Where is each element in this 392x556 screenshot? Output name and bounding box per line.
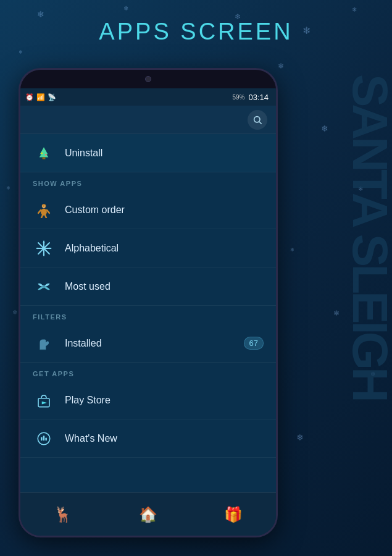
play-store-icon xyxy=(33,389,55,411)
svg-point-19 xyxy=(43,246,45,249)
svg-point-13 xyxy=(43,205,44,206)
status-left-icons: ⏰ 📶 📡 xyxy=(25,93,56,101)
svg-line-12 xyxy=(45,215,46,217)
menu-container: Uninstall SHOW APPS xyxy=(20,134,276,537)
nav-home[interactable]: 🏠 xyxy=(127,501,170,528)
svg-line-11 xyxy=(41,215,43,217)
svg-point-20 xyxy=(43,242,44,243)
most-used-item[interactable]: Most used xyxy=(20,267,276,306)
alarm-icon: ⏰ xyxy=(25,93,34,101)
svg-point-23 xyxy=(49,247,51,248)
svg-point-0 xyxy=(254,116,260,122)
svg-point-8 xyxy=(41,208,47,215)
svg-line-10 xyxy=(47,210,49,213)
installed-icon xyxy=(33,332,55,355)
most-used-icon xyxy=(33,276,55,298)
page-title: APPS SCREEN xyxy=(0,19,392,45)
alphabetical-item[interactable]: Alphabetical xyxy=(20,229,276,267)
search-button[interactable] xyxy=(248,110,267,130)
svg-point-22 xyxy=(37,247,38,248)
play-store-item[interactable]: Play Store xyxy=(20,381,276,419)
uninstall-icon xyxy=(33,142,55,164)
svg-rect-30 xyxy=(45,437,46,440)
installed-badge: 67 xyxy=(244,337,264,350)
custom-order-icon xyxy=(33,199,55,221)
nav-reindeer[interactable]: 🦌 xyxy=(41,501,85,528)
svg-point-14 xyxy=(44,205,46,206)
vertical-text: SANTA SLEIGH xyxy=(341,74,392,400)
show-apps-header: SHOW APPS xyxy=(20,172,276,191)
svg-point-6 xyxy=(45,154,46,155)
search-bar xyxy=(20,106,276,134)
installed-item[interactable]: Installed 67 xyxy=(20,324,276,363)
battery-indicator: 59% xyxy=(232,94,244,101)
phone-screen: ⏰ 📶 📡 59% 03:14 xyxy=(20,88,276,537)
whats-new-icon xyxy=(33,428,55,450)
get-apps-header: GET APPS xyxy=(20,363,276,381)
whats-new-item[interactable]: What's New xyxy=(20,419,276,458)
nav-gift[interactable]: 🎁 xyxy=(212,501,255,528)
svg-point-5 xyxy=(41,152,43,153)
status-bar: ⏰ 📶 📡 59% 03:14 xyxy=(20,88,276,106)
filters-header: FILTERS xyxy=(20,306,276,324)
installed-label: Installed xyxy=(65,338,244,349)
status-right: 59% 03:14 xyxy=(232,93,269,102)
reindeer-icon: 🦌 xyxy=(54,506,72,523)
uninstall-item[interactable]: Uninstall xyxy=(20,134,276,172)
signal-icon: 📡 xyxy=(48,93,56,101)
svg-rect-28 xyxy=(41,437,42,440)
svg-point-24 xyxy=(43,285,46,288)
front-camera xyxy=(145,76,151,82)
svg-line-1 xyxy=(259,122,262,124)
svg-rect-29 xyxy=(43,436,44,440)
svg-line-9 xyxy=(38,210,41,213)
gift-icon: 🎁 xyxy=(224,506,243,523)
play-store-label: Play Store xyxy=(65,395,264,406)
custom-order-label: Custom order xyxy=(65,204,264,216)
custom-order-item[interactable]: Custom order xyxy=(20,191,276,229)
wifi-icon: 📶 xyxy=(36,93,45,101)
bottom-nav: 🦌 🏠 🎁 xyxy=(20,492,276,536)
whats-new-label: What's New xyxy=(65,433,264,444)
phone-frame: ⏰ 📶 📡 59% 03:14 xyxy=(19,68,278,537)
svg-marker-26 xyxy=(42,401,47,404)
alphabetical-icon xyxy=(33,237,55,259)
svg-rect-4 xyxy=(43,157,46,159)
home-icon: 🏠 xyxy=(139,506,157,523)
svg-point-21 xyxy=(43,253,44,255)
status-time: 03:14 xyxy=(248,93,269,102)
phone-top xyxy=(20,70,276,88)
most-used-label: Most used xyxy=(65,281,264,292)
uninstall-label: Uninstall xyxy=(65,148,264,159)
alphabetical-label: Alphabetical xyxy=(65,243,264,254)
